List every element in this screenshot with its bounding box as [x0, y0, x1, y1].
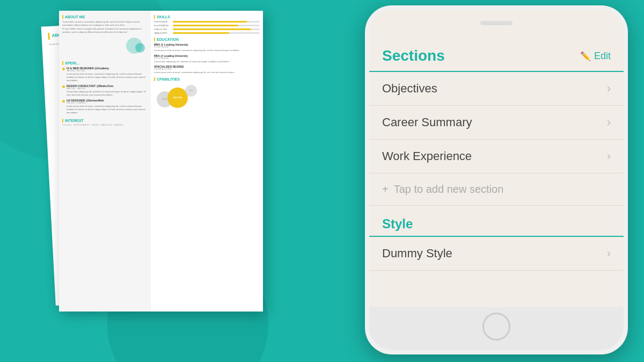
exp-item-3: UX DESIGNER @DeviserWeb FEB 2013 - CURRE… [62, 99, 148, 114]
career-summary-label: Career Summary [382, 115, 472, 129]
section-item-work-experience[interactable]: Work Experience › [369, 140, 624, 173]
chevron-icon-work-experience: › [607, 149, 611, 163]
dummy-style-label: Dummy Style [382, 247, 452, 260]
chevron-icon-dummy-style: › [607, 247, 611, 260]
section-item-objectives[interactable]: Objectives › [369, 72, 624, 106]
phone-frame: Sections ✏️ Edit Objectives › Career Sum… [365, 5, 628, 354]
edit-label: Edit [594, 50, 611, 62]
add-section-label: Tap to add new section [394, 183, 504, 196]
pencil-icon: ✏️ [580, 51, 591, 61]
section-item-career-summary[interactable]: Career Summary › [369, 106, 624, 140]
edit-button[interactable]: ✏️ Edit [580, 50, 611, 62]
sections-header: Sections ✏️ Edit [369, 37, 624, 72]
section-item-dummy-style[interactable]: Dummy Style › [369, 237, 624, 271]
add-section-button[interactable]: + Tap to add new section [369, 173, 624, 206]
home-button[interactable] [482, 313, 510, 341]
sections-title: Sections [382, 47, 445, 64]
objectives-label: Objectives [382, 82, 437, 96]
phone-inner: Sections ✏️ Edit Objectives › Career Sum… [369, 10, 624, 350]
style-section-header: Style [369, 206, 624, 237]
add-icon: + [382, 183, 389, 196]
style-title: Style [382, 216, 413, 231]
chevron-icon-objectives: › [607, 82, 611, 96]
sections-body: Objectives › Career Summary › Work Exper… [369, 72, 624, 271]
chevron-icon-career-summary: › [607, 115, 611, 129]
exp-item-2: DESIGN CONSULTANT @Media Dsto MAR 2011 -… [62, 84, 148, 96]
resume-foreground-paper: ABOUT ME "Lorem dolor sit amet, consecte… [59, 11, 263, 312]
phone-screen: Sections ✏️ Edit Objectives › Career Sum… [369, 37, 624, 307]
work-experience-label: Work Experience [382, 149, 472, 163]
exp-item-1: UI & WEB DESIGNER @Academy JAN 2009 - DE… [62, 67, 148, 82]
resume-about-section: ABOUT ME [62, 15, 148, 19]
